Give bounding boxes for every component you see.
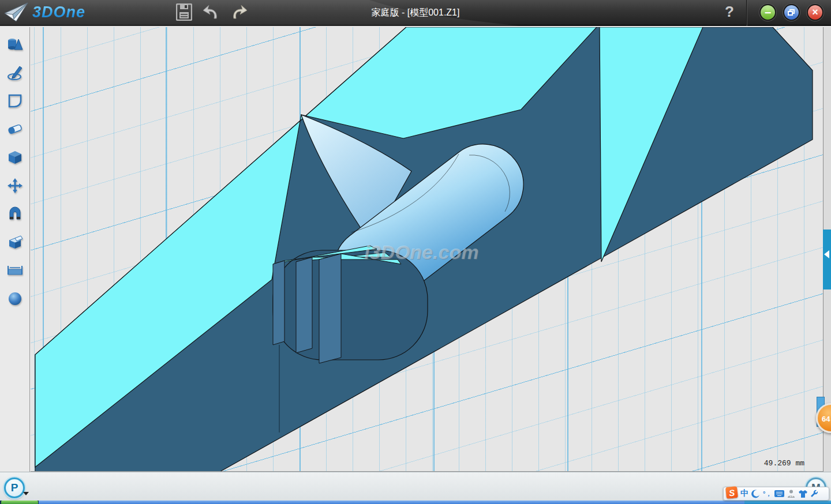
titlebar-divider (746, 0, 747, 26)
measurement-readout: 49.269 mm (764, 459, 804, 468)
special-edit-tool-button[interactable] (6, 120, 24, 138)
rounded-rect-icon (8, 93, 23, 108)
app-window: 3DOne 家庭版 - [模型001.Z1] ? − × (0, 0, 831, 504)
magnet-icon (8, 206, 23, 221)
model-3d[interactable]: i3DOne.com (31, 27, 823, 472)
open-box-icon (7, 235, 23, 250)
bottom-toolbar: P (0, 472, 831, 501)
help-button[interactable]: ? (725, 3, 734, 21)
taskbar-green-segment[interactable] (1, 501, 38, 504)
restore-button[interactable] (783, 4, 800, 21)
material-tool-button[interactable] (6, 289, 24, 308)
panel-collapse-tab[interactable] (823, 230, 831, 289)
viewport-3d[interactable]: i3DOne.com 49.269 mm (31, 27, 823, 472)
cube-icon (8, 150, 23, 165)
primitives-tool-button[interactable] (6, 35, 24, 54)
watermark-text: i3DOne.com (364, 241, 478, 263)
primitives-icon (7, 37, 23, 52)
punctuation-toggle[interactable]: °， (763, 490, 772, 498)
moon-icon[interactable] (751, 490, 760, 498)
window-title: 家庭版 - [模型001.Z1] (0, 7, 831, 19)
sketch-tool-button[interactable] (6, 63, 24, 82)
snap-tool-button[interactable] (6, 205, 24, 223)
keyboard-icon[interactable] (774, 490, 784, 497)
measure-ruler-icon (7, 265, 23, 276)
person-badge: 14 (789, 494, 793, 498)
combine-tool-button[interactable] (6, 233, 24, 251)
eraser-icon (7, 123, 23, 136)
close-button[interactable]: × (807, 4, 823, 21)
move-tool-button[interactable] (6, 176, 24, 195)
sogou-logo-icon[interactable]: S (725, 486, 738, 499)
move-arrows-icon (7, 178, 23, 194)
wrench-icon[interactable] (810, 490, 818, 498)
ime-toolbar: S 中 °， 14 (723, 487, 829, 501)
taskbar-teal-segment[interactable] (744, 501, 831, 504)
os-taskbar-edge[interactable] (0, 501, 831, 504)
skin-shirt-icon[interactable] (799, 490, 807, 498)
taskbar-blue-segment[interactable] (39, 501, 744, 504)
profile-p-button[interactable]: P (4, 477, 25, 498)
title-bar: 3DOne 家庭版 - [模型001.Z1] ? − × (0, 0, 831, 26)
restore-icon (788, 9, 795, 16)
collapse-left-arrow-icon (824, 250, 829, 258)
sketch-edit-tool-button[interactable] (6, 92, 24, 110)
sketch-pencil-icon (7, 65, 23, 81)
ime-mode-toggle[interactable]: 中 (740, 488, 748, 499)
minimize-button[interactable]: − (759, 4, 776, 21)
p-button-caret[interactable] (23, 492, 29, 495)
measure-tool-button[interactable] (6, 261, 24, 280)
sphere-icon (8, 291, 23, 306)
feature-tool-button[interactable] (6, 148, 24, 167)
left-toolbar (0, 27, 30, 472)
person-icon[interactable]: 14 (787, 490, 796, 498)
speedball-badge: 64 (822, 415, 830, 423)
